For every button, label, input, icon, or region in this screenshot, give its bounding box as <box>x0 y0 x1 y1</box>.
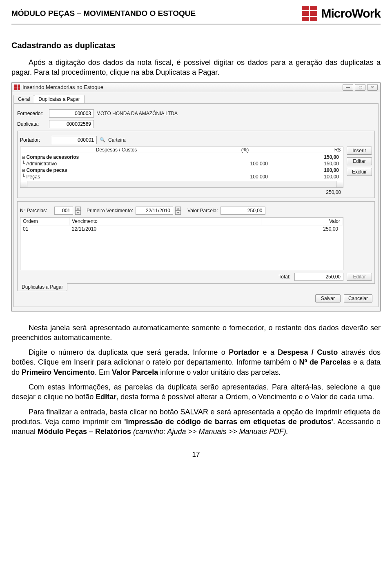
tab-panel-duplicatas: Fornecedor: MOTO HONDA DA AMAZÔNIA LTDA … <box>13 104 379 307</box>
portador-name: Carteira <box>108 137 126 143</box>
cost-col-rs: R$ <box>278 147 343 153</box>
cost-row[interactable]: ⊟ Compra de pecas100,00 <box>20 167 343 173</box>
paragraph-3: Digite o número da duplicata que será ge… <box>11 347 381 377</box>
col-ordem: Ordem <box>20 218 69 225</box>
editar-cost-button[interactable]: Editar <box>347 157 372 165</box>
minimize-button[interactable]: — <box>343 84 353 91</box>
window-title: Inserindo Mercadorias no Estoque <box>22 84 103 90</box>
brand-logo-text: MicroWork <box>321 7 381 20</box>
portador-input[interactable] <box>52 136 97 144</box>
cost-row[interactable]: └ Peças100,000100,00 <box>20 173 343 180</box>
col-valor: Valor <box>261 218 343 225</box>
fornecedor-label: Fornecedor: <box>17 111 47 116</box>
duplicata-label: Duplicata: <box>17 121 47 127</box>
primeiro-vencimento-stepper[interactable]: ▲▼ <box>175 207 181 215</box>
parcelas-grid[interactable]: 0122/11/2010250,00 <box>20 225 343 270</box>
cost-row[interactable]: ⊟ Compra de acessorios150,00 <box>20 154 343 160</box>
tab-geral[interactable]: Geral <box>13 95 34 103</box>
maximize-button[interactable]: ▢ <box>355 84 365 91</box>
fornecedor-name: MOTO HONDA DA AMAZÔNIA LTDA <box>96 111 178 116</box>
rateio-panel: Portador: 🔍 Carteira Despesas / Custos (… <box>17 131 375 198</box>
page-number: 17 <box>11 451 381 459</box>
nparcelas-stepper[interactable]: ▲▼ <box>75 207 81 215</box>
intro-paragraph: Após a digitação dos dados da nota fisca… <box>11 58 381 78</box>
section-heading: Cadastrando as duplicatas <box>11 41 381 50</box>
main-tabs: Geral Duplicatas a Pagar <box>13 95 379 104</box>
bottom-tab-duplicatas[interactable]: Duplicatas a Pagar <box>17 283 67 291</box>
brand-logo-mark-icon <box>302 6 317 21</box>
fornecedor-input[interactable] <box>49 109 94 118</box>
cost-total: 250,00 <box>20 188 343 195</box>
primeiro-vencimento-label: Primeiro Vencimento: <box>87 208 133 214</box>
total-value <box>294 273 343 281</box>
window-titlebar: Inserindo Mercadorias no Estoque — ▢ ✕ <box>12 83 380 92</box>
editar-parcela-button[interactable]: Editar <box>347 273 372 281</box>
doc-header: MÓDULO PEÇAS – MOVIMENTANDO O ESTOQUE Mi… <box>11 6 381 24</box>
parcela-row[interactable]: 0122/11/2010250,00 <box>20 225 343 233</box>
cost-col-despesas: Despesas / Custos <box>20 147 212 153</box>
horizontal-scrollbar[interactable] <box>20 181 343 188</box>
cost-tree[interactable]: ⊟ Compra de acessorios150,00 └ Administr… <box>20 153 343 181</box>
col-vencimento: Vencimento <box>69 218 261 225</box>
app-icon <box>14 85 20 90</box>
nparcelas-input[interactable] <box>54 207 73 215</box>
cost-row[interactable]: └ Administrativo100,000150,00 <box>20 160 343 167</box>
duplicata-input[interactable] <box>49 120 94 128</box>
tab-duplicatas-a-pagar[interactable]: Duplicatas a Pagar <box>34 95 84 103</box>
brand-logo: MicroWork <box>302 6 381 21</box>
parcelas-grid-header: Ordem Vencimento Valor <box>20 217 343 225</box>
doc-header-title: MÓDULO PEÇAS – MOVIMENTANDO O ESTOQUE <box>11 9 196 18</box>
cancelar-button[interactable]: Cancelar <box>344 294 372 303</box>
portador-label: Portador: <box>20 137 49 143</box>
valor-parcela-input[interactable] <box>220 207 265 215</box>
valor-parcela-label: Valor Parcela: <box>187 208 218 214</box>
inserir-button[interactable]: Inserir <box>347 147 372 155</box>
nparcelas-label: Nº Parcelas: <box>20 208 52 214</box>
app-window: Inserindo Mercadorias no Estoque — ▢ ✕ G… <box>11 82 381 311</box>
paragraph-5: Para finalizar a entrada, basta clicar n… <box>11 407 381 437</box>
salvar-button[interactable]: Salvar <box>315 294 341 303</box>
paragraph-4: Com estas informações, as parcelas da du… <box>11 382 381 402</box>
cost-col-pct: (%) <box>212 147 278 153</box>
primeiro-vencimento-input[interactable] <box>136 207 173 215</box>
search-icon[interactable]: 🔍 <box>99 137 106 143</box>
paragraph-2: Nesta janela será apresentado automatica… <box>11 323 381 343</box>
parcelas-panel: Nº Parcelas: ▲▼ Primeiro Vencimento: ▲▼ … <box>17 201 375 284</box>
close-button[interactable]: ✕ <box>367 84 378 91</box>
total-label: Total: <box>278 274 290 280</box>
excluir-button[interactable]: Excluir <box>347 168 372 176</box>
